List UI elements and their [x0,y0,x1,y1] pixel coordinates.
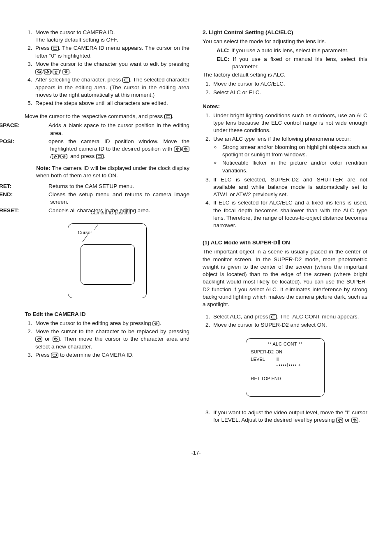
diagram-caption: Camera ID position [91,210,131,216]
set-button-icon [51,46,59,51]
elc-desc: ELC: If you use a fixed or manual iris l… [203,56,367,70]
alc-menu-title: ** ALC CONT ** [246,339,324,347]
posi-command: POSI:opens the camera ID position window… [25,138,189,160]
down-arrow-icon [62,69,69,74]
super-d2-paragraph: The important object in a scene is usual… [203,248,367,308]
camera-id-steps: Move the cursor to CAMERA ID.The factory… [25,29,189,107]
alc-desc: ALC: If you use a auto iris lens, select… [203,47,367,54]
step: Move the cursor to ALC/ELC. [212,80,367,88]
right-column: 2. Light Control Setting (ALC/ELC) You c… [203,29,367,429]
super-d2-steps-a: Select ALC, and press . The ALC CONT men… [203,313,367,329]
two-column-layout: Move the cursor to CAMERA ID.The factory… [25,29,367,429]
set-button-icon [96,154,104,159]
ret-text: Returns to the CAM SETUP menu. [48,183,134,189]
right-arrow-icon [351,418,358,423]
diagram-cursor-label: Cursor [78,230,92,236]
step: Select ALC, and press . The ALC CONT men… [212,313,367,320]
note: If ELC is selected for ALC/ELC and a fix… [212,199,367,229]
alc-cont-menu-diagram: ** ALC CONT ** SUPER-D2ON LEVEL - ••••I•… [203,338,367,397]
alc-menu-superd2-row: SUPER-D2ON [246,347,324,355]
step: Select ALC or ELC. [212,89,367,96]
set-button-icon [122,77,130,83]
left-column: Move the cursor to CAMERA ID.The factory… [25,29,189,429]
edit-camera-id-steps: Move the cursor to the editing area by p… [25,320,189,359]
step: If you want to adjust the video output l… [212,409,367,424]
step: Move the cursor to the editing area by p… [34,320,189,327]
super-d2-heading: (1) ALC Mode with SUPER-DⅡ ON [203,239,367,246]
step: Press to determine the CAMERA ID. [34,351,189,359]
right-arrow-icon [44,69,51,74]
space-label: SPACE: [25,122,48,129]
end-text: Closes the setup menu and returns to cam… [48,191,189,205]
camera-id-position-diagram: Camera ID position Cursor [25,223,189,298]
set-button-icon [270,314,277,320]
set-button-icon [164,114,172,119]
left-arrow-icon [35,69,42,74]
space-text: Adds a blank space to the cursor positio… [48,122,189,136]
set-button-icon [51,353,58,358]
down-arrow-icon [152,321,159,326]
step: Move the cursor to the character to be r… [34,328,189,351]
command-intro: Move the cursor to the respective comman… [25,113,189,120]
alc-elc-heading: 2. Light Control Setting (ALC/ELC) [203,29,367,36]
note: If ELC is selected, SUPER-D2 and SHUTTER… [212,176,367,199]
right-arrow-icon [182,146,189,152]
alc-menu-footer: RET TOP END [246,368,324,382]
posi-note: Note: The camera ID will be displayed un… [25,165,189,179]
space-command: SPACE:Adds a blank space to the cursor p… [25,122,189,137]
step: Move the cursor to CAMERA ID.The factory… [34,29,189,44]
note-bullet: Strong smear and/or blooming on highligh… [221,144,367,158]
alc-steps: Move the cursor to ALC/ELC. Select ALC o… [203,80,367,96]
step: After selecting the character, press . T… [34,76,189,99]
notes-list: Under bright lighting conditions such as… [203,112,367,229]
alc-menu-level-row: LEVEL [246,355,324,362]
right-arrow-icon [53,337,60,342]
step: Move the cursor to the character you wan… [34,60,189,75]
reset-label: RESET: [25,207,48,214]
up-arrow-icon [52,154,59,159]
end-command: END:Closes the setup menu and returns to… [25,191,189,206]
level-cursor-icon [277,358,279,361]
edit-camera-id-heading: To Edit the CAMERA ID [25,311,189,318]
alc-menu-level-scale: - ••••I•••• + [246,362,324,368]
note: Use an ALC type lens if the following ph… [212,135,367,174]
left-arrow-icon [336,418,343,423]
super-d2-steps-b: If you want to adjust the video output l… [203,409,367,424]
note-sublist: Strong smear and/or blooming on highligh… [213,144,367,174]
step: Move the cursor to SUPER-D2 and select O… [212,321,367,329]
down-arrow-icon [60,154,67,159]
left-arrow-icon [35,337,42,342]
alc-default: The factory default setting is ALC. [203,71,367,79]
ret-label: RET: [25,183,48,190]
up-arrow-icon [53,69,60,74]
note-bullet: Noticeable flicker in the picture and/or… [221,159,367,174]
notes-heading: Notes: [203,103,367,110]
page-number: -17- [25,449,367,457]
step: Repeat the steps above until all charact… [34,100,189,107]
posi-label: POSI: [25,138,48,145]
note: Under bright lighting conditions such as… [212,112,367,135]
end-label: END: [25,191,48,198]
left-arrow-icon [174,146,181,152]
ret-command: RET:Returns to the CAM SETUP menu. [25,183,189,190]
step: Press . The CAMERA ID menu appears. The … [34,44,189,59]
alc-intro: You can select the mode for adjusting th… [203,38,367,45]
